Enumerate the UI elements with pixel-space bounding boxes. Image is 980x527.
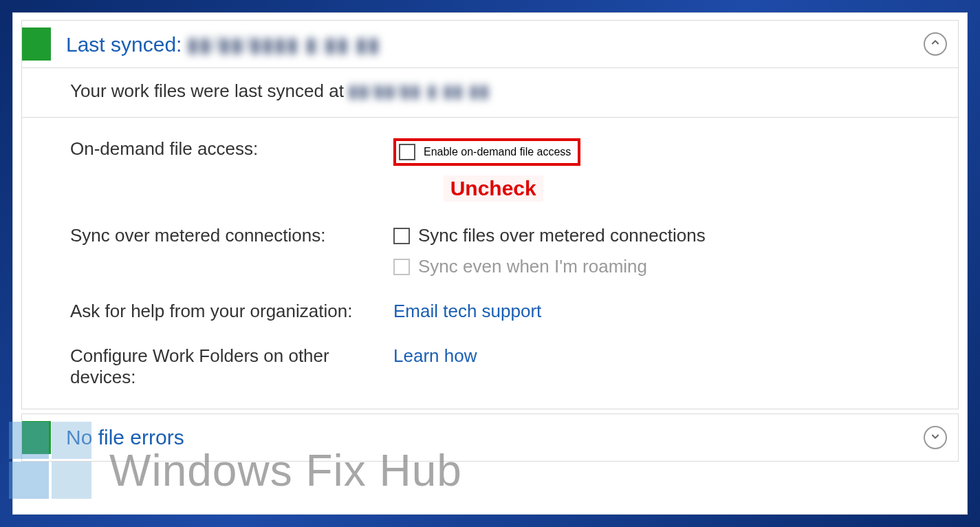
on-demand-checkbox[interactable]	[399, 144, 415, 160]
status-indicator-green-2	[22, 421, 51, 454]
help-row: Ask for help from your organization: Ema…	[70, 301, 947, 322]
status-indicator-green	[22, 28, 51, 61]
learn-how-link[interactable]: Learn how	[393, 345, 477, 367]
on-demand-row: On-demand file access: Enable on-demand …	[70, 138, 947, 202]
collapse-button[interactable]	[924, 32, 947, 56]
on-demand-label: On-demand file access:	[70, 138, 393, 160]
last-synced-prefix: Last synced:	[66, 33, 182, 56]
metered-checkbox-1-label: Sync files over metered connections	[418, 225, 706, 246]
sync-status-timestamp: ▮▮/▮▮/▮▮ ▮ ▮▮ ▮▮	[348, 80, 490, 102]
last-synced-timestamp: ▮▮/▮▮/▮▮▮▮ ▮:▮▮ ▮▮	[187, 32, 380, 56]
last-synced-header[interactable]: Last synced: ▮▮/▮▮/▮▮▮▮ ▮:▮▮ ▮▮	[22, 21, 958, 67]
chevron-down-icon	[930, 431, 941, 444]
on-demand-checkbox-label: Enable on-demand file access	[424, 146, 571, 158]
settings-block: On-demand file access: Enable on-demand …	[22, 117, 958, 409]
metered-checkbox-1-line: Sync files over metered connections	[393, 225, 706, 246]
file-errors-section: No file errors	[21, 413, 959, 462]
sync-status-text: Your work files were last synced at	[70, 80, 344, 102]
configure-label: Configure Work Folders on other devices:	[70, 345, 393, 388]
roaming-checkbox-line: Sync even when I'm roaming	[393, 256, 706, 277]
file-errors-title: No file errors	[66, 426, 184, 449]
on-demand-highlight-box: Enable on-demand file access	[393, 138, 580, 166]
metered-checkbox-1[interactable]	[393, 228, 410, 244]
help-label: Ask for help from your organization:	[70, 301, 393, 322]
last-synced-section: Last synced: ▮▮/▮▮/▮▮▮▮ ▮:▮▮ ▮▮ Your wor…	[21, 20, 959, 409]
chevron-up-icon	[930, 37, 941, 51]
metered-label: Sync over metered connections:	[70, 225, 393, 246]
work-folders-panel: Last synced: ▮▮/▮▮/▮▮▮▮ ▮:▮▮ ▮▮ Your wor…	[12, 12, 968, 515]
roaming-checkbox	[393, 259, 410, 275]
metered-row: Sync over metered connections: Sync file…	[70, 225, 947, 277]
roaming-checkbox-label: Sync even when I'm roaming	[418, 256, 647, 277]
last-synced-title: Last synced: ▮▮/▮▮/▮▮▮▮ ▮:▮▮ ▮▮	[66, 32, 380, 56]
file-errors-text: No file errors	[66, 426, 184, 449]
uncheck-annotation: Uncheck	[444, 175, 543, 202]
sync-status-row: Your work files were last synced at ▮▮/▮…	[22, 67, 958, 117]
expand-button[interactable]	[924, 426, 947, 449]
file-errors-header[interactable]: No file errors	[22, 414, 958, 461]
email-tech-support-link[interactable]: Email tech support	[393, 301, 541, 322]
configure-row: Configure Work Folders on other devices:…	[70, 345, 947, 388]
